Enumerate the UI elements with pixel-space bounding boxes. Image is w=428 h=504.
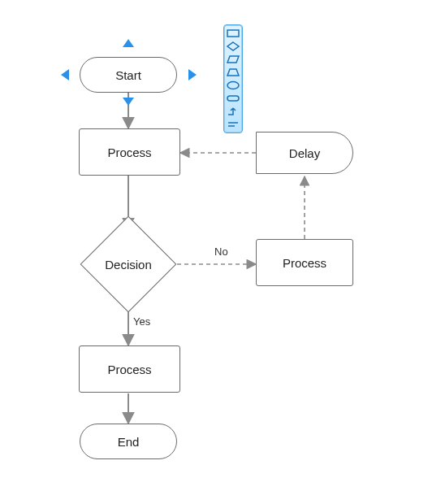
tool-parallelogram-icon[interactable] <box>226 53 240 66</box>
svg-rect-7 <box>227 30 239 37</box>
tool-diamond-icon[interactable] <box>226 40 240 53</box>
node-process-2-label: Process <box>107 363 151 376</box>
node-delay[interactable]: Delay <box>256 132 353 174</box>
node-delay-label: Delay <box>289 146 320 160</box>
node-end-label: End <box>118 435 140 449</box>
selection-handle-down-icon[interactable] <box>123 98 134 106</box>
svg-marker-10 <box>227 69 239 76</box>
node-process-1-label: Process <box>107 146 151 159</box>
svg-marker-9 <box>227 56 239 63</box>
selection-handle-right-icon[interactable] <box>188 69 197 80</box>
svg-rect-12 <box>227 96 239 101</box>
node-start[interactable]: Start <box>80 57 177 93</box>
node-process-3-label: Process <box>283 256 326 270</box>
svg-marker-8 <box>227 42 239 50</box>
node-decision[interactable]: Decision <box>94 230 162 298</box>
node-process-2[interactable]: Process <box>79 345 180 393</box>
node-decision-label: Decision <box>94 230 162 298</box>
tool-trapezoid-icon[interactable] <box>226 66 240 79</box>
node-end[interactable]: End <box>80 424 177 459</box>
node-process-3[interactable]: Process <box>256 239 353 286</box>
node-start-label: Start <box>115 68 141 82</box>
node-process-1[interactable]: Process <box>79 128 180 176</box>
selection-handle-up-icon[interactable] <box>123 39 134 47</box>
selection-handle-left-icon[interactable] <box>61 69 69 80</box>
tool-rectangle-icon[interactable] <box>226 27 240 40</box>
tool-connector-icon[interactable] <box>226 105 240 118</box>
edge-label-yes: Yes <box>133 315 150 328</box>
svg-point-11 <box>227 82 239 89</box>
edge-label-no: No <box>214 245 228 258</box>
tool-ellipse-icon[interactable] <box>226 79 240 92</box>
tool-terminator-icon[interactable] <box>226 92 240 105</box>
shape-toolbar[interactable] <box>223 24 243 133</box>
tool-text-icon[interactable] <box>226 118 240 131</box>
